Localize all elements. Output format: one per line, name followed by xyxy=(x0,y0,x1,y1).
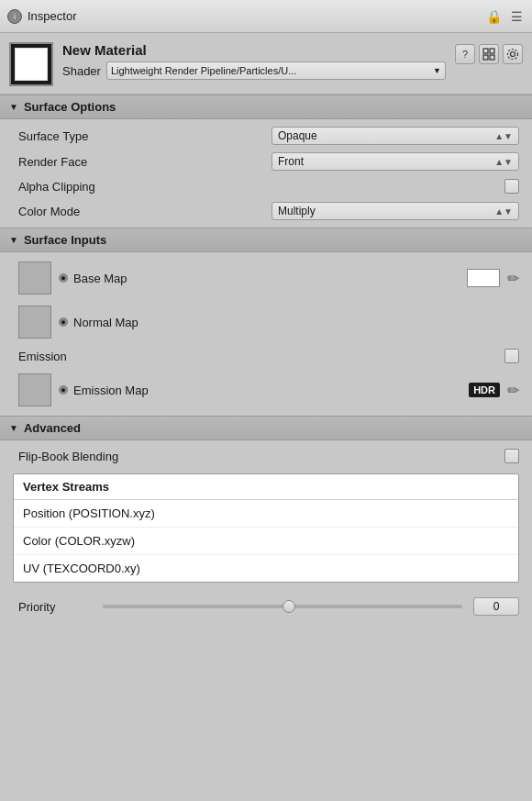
surface-type-row: Surface Type Opaque ▲▼ xyxy=(0,123,532,149)
alpha-clipping-control xyxy=(504,179,519,194)
normal-map-name: Normal Map xyxy=(73,316,139,329)
render-face-label: Render Face xyxy=(18,155,272,169)
color-mode-value: Multiply xyxy=(278,205,316,217)
alpha-clipping-label: Alpha Clipping xyxy=(18,180,504,194)
emission-row: Emission xyxy=(0,344,532,368)
color-mode-control: Multiply ▲▼ xyxy=(272,202,519,220)
svg-rect-0 xyxy=(483,49,488,53)
settings-button[interactable] xyxy=(503,44,523,64)
svg-point-5 xyxy=(508,50,518,60)
title-bar-left: i Inspector xyxy=(7,9,76,24)
hdr-badge: HDR xyxy=(469,383,500,397)
shader-label: Shader xyxy=(62,64,101,78)
base-map-name: Base Map xyxy=(73,272,127,285)
base-map-dot: ● xyxy=(59,273,68,283)
priority-value[interactable]: 0 xyxy=(473,597,519,616)
surface-options-header[interactable]: ▼ Surface Options xyxy=(0,95,532,119)
alpha-clipping-row: Alpha Clipping xyxy=(0,174,532,198)
emission-map-name: Emission Map xyxy=(73,384,149,397)
emission-label: Emission xyxy=(18,350,504,363)
surface-inputs-header[interactable]: ▼ Surface Inputs xyxy=(0,228,532,252)
base-map-info: ● Base Map xyxy=(59,272,460,285)
material-info: New Material Shader Lightweight Render P… xyxy=(62,42,446,80)
emission-control xyxy=(504,349,519,363)
svg-rect-2 xyxy=(483,55,488,60)
emission-checkbox[interactable] xyxy=(504,349,519,363)
advanced-header[interactable]: ▼ Advanced xyxy=(0,416,532,440)
render-face-row: Render Face Front ▲▼ xyxy=(0,149,532,174)
shader-dropdown[interactable]: Lightweight Render Pipeline/Particles/U.… xyxy=(106,61,446,80)
surface-type-dropdown[interactable]: Opaque ▲▼ xyxy=(272,127,519,145)
render-face-arrow: ▲▼ xyxy=(494,157,513,167)
title-bar: i Inspector 🔒 ☰ xyxy=(0,0,532,33)
priority-row: Priority 0 xyxy=(0,588,532,625)
flipbook-checkbox[interactable] xyxy=(504,449,519,463)
material-name: New Material xyxy=(62,42,446,58)
render-face-dropdown[interactable]: Front ▲▼ xyxy=(272,152,519,171)
base-map-thumb[interactable] xyxy=(18,261,51,295)
surface-options-triangle: ▼ xyxy=(9,102,18,112)
svg-rect-1 xyxy=(490,49,494,53)
advanced-title: Advanced xyxy=(24,421,81,435)
surface-inputs-triangle: ▼ xyxy=(9,235,18,245)
normal-map-row: ● Normal Map xyxy=(0,300,532,344)
base-map-swatch[interactable] xyxy=(467,269,500,287)
vertex-stream-position: Position (POSITION.xyz) xyxy=(14,500,518,528)
normal-map-dot: ● xyxy=(59,317,68,327)
svg-rect-3 xyxy=(490,55,494,60)
inspector-icon: i xyxy=(7,9,22,24)
priority-label: Priority xyxy=(18,600,92,614)
emission-map-thumb[interactable] xyxy=(18,373,51,406)
surface-options-content: Surface Type Opaque ▲▼ Render Face Front… xyxy=(0,119,532,228)
advanced-triangle: ▼ xyxy=(9,423,18,433)
render-face-control: Front ▲▼ xyxy=(272,152,519,171)
layout-button[interactable] xyxy=(479,44,499,64)
emission-map-info: ● Emission Map xyxy=(59,384,461,397)
base-map-edit-icon[interactable]: ✏ xyxy=(507,270,519,287)
color-mode-dropdown[interactable]: Multiply ▲▼ xyxy=(272,202,519,220)
flipbook-control xyxy=(504,449,519,463)
color-mode-arrow: ▲▼ xyxy=(494,206,513,217)
title-bar-right: 🔒 ☰ xyxy=(484,7,525,26)
emission-map-dot: ● xyxy=(59,385,68,395)
inspector-title: Inspector xyxy=(28,9,76,23)
priority-slider-thumb[interactable] xyxy=(283,600,295,613)
flipbook-row: Flip-Book Blending xyxy=(0,444,532,468)
emission-map-row: ● Emission Map HDR ✏ xyxy=(0,368,532,412)
surface-type-control: Opaque ▲▼ xyxy=(272,127,519,145)
color-mode-row: Color Mode Multiply ▲▼ xyxy=(0,198,532,224)
material-header-buttons: ? xyxy=(455,42,523,64)
material-header: New Material Shader Lightweight Render P… xyxy=(0,33,532,95)
surface-options-title: Surface Options xyxy=(24,100,116,114)
priority-slider[interactable] xyxy=(103,605,462,608)
surface-inputs-content: ● Base Map ✏ ● Normal Map Emission ● Emi… xyxy=(0,252,532,416)
shader-value: Lightweight Render Pipeline/Particles/U.… xyxy=(111,65,296,76)
emission-map-edit-icon[interactable]: ✏ xyxy=(507,382,519,399)
material-preview-inner xyxy=(15,48,48,81)
vertex-stream-color: Color (COLOR.xyzw) xyxy=(14,528,518,555)
shader-row: Shader Lightweight Render Pipeline/Parti… xyxy=(62,61,446,80)
normal-map-thumb[interactable] xyxy=(18,306,51,339)
advanced-content: Flip-Book Blending Vertex Streams Positi… xyxy=(0,440,532,629)
svg-point-4 xyxy=(511,52,515,57)
vertex-stream-uv: UV (TEXCOORD0.xy) xyxy=(14,555,518,582)
flipbook-label: Flip-Book Blending xyxy=(18,450,504,463)
vertex-streams-header: Vertex Streams xyxy=(14,474,518,500)
shader-dropdown-arrow: ▼ xyxy=(433,66,441,75)
normal-map-info: ● Normal Map xyxy=(59,316,519,329)
lock-icon[interactable]: 🔒 xyxy=(484,7,504,26)
help-button[interactable]: ? xyxy=(455,44,475,64)
material-preview xyxy=(9,42,53,86)
surface-inputs-title: Surface Inputs xyxy=(24,233,106,247)
menu-icon[interactable]: ☰ xyxy=(509,7,525,26)
vertex-streams-box: Vertex Streams Position (POSITION.xyz) C… xyxy=(13,473,519,583)
surface-type-value: Opaque xyxy=(278,129,317,142)
alpha-clipping-checkbox[interactable] xyxy=(504,179,519,194)
surface-type-arrow: ▲▼ xyxy=(494,131,513,141)
render-face-value: Front xyxy=(278,155,304,168)
color-mode-label: Color Mode xyxy=(18,205,272,218)
base-map-row: ● Base Map ✏ xyxy=(0,256,532,300)
surface-type-label: Surface Type xyxy=(18,129,272,143)
